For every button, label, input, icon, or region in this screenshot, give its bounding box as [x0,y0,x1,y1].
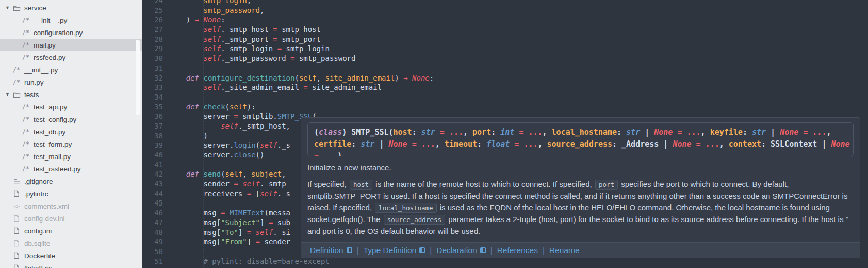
python-file-icon: /* [22,165,30,173]
code-line-33[interactable]: 33 self._site_admin_email = site_admin_e… [142,83,868,92]
file-label: test_db.py [34,128,65,136]
sidebar-file-test_form.py[interactable]: /*test_form.py [0,138,142,150]
line-number: 32 [142,73,163,83]
line-number: 47 [142,218,163,228]
code-line-27[interactable]: 27 self._smtp_host = smtp_host [142,25,868,35]
line-number: 27 [142,25,163,35]
line-content: ) → None: [163,15,225,25]
sidebar-folder-service[interactable]: ▼service [0,2,142,14]
file-label: __init__.py [34,17,67,24]
sidebar-file-__init__.py[interactable]: /*__init__.py [0,14,142,26]
definition-link[interactable]: Definition [310,246,343,255]
python-file-icon: /* [12,78,21,86]
line-number: 39 [142,140,163,150]
sidebar-file-.pylintrc[interactable]: .pylintrc [0,187,142,200]
popup-action-links: Definition|Type Definition|Declaration|R… [301,242,860,258]
sidebar-file-config.ini[interactable]: config.ini [0,225,142,237]
sidebar-file-test_config.py[interactable]: /*test_config.py [0,113,142,125]
line-number: 34 [142,92,163,102]
code-line-28[interactable]: 28 self._smtp_port = smtp_port [142,35,868,44]
document-icon [12,227,21,235]
chevron-down-icon[interactable]: ▼ [5,5,12,10]
open-in-window-icon[interactable] [480,247,486,253]
code-line-32[interactable]: 32 def configure_destination(self, site_… [142,73,868,83]
rename-link[interactable]: Rename [549,246,580,255]
file-label: __init__.py [24,66,58,74]
python-file-icon: /* [22,152,30,161]
sidebar-file-__init__.py[interactable]: /*__init__.py [0,64,142,76]
line-number: 25 [142,6,163,15]
code-line-25[interactable]: 25 smtp_password, [142,6,868,15]
sidebar-file-run.py[interactable]: /*run.py [0,76,142,88]
code-line-35[interactable]: 35 def check(self): [142,102,868,112]
document-icon [12,251,21,260]
line-number: 31 [142,64,163,73]
line-content: ) [163,131,208,141]
line-number: 29 [142,44,163,54]
sidebar-scrollbar-thumb[interactable] [136,40,140,115]
file-label: configuration.py [34,29,83,37]
code-line-29[interactable]: 29 self._smtp_login = smtp_login [142,44,868,54]
type-definition-link[interactable]: Type Definition [364,246,417,255]
line-content: self._smtp_password = smtp_password [163,54,355,64]
line-number: 43 [142,179,163,189]
chevron-down-icon[interactable]: ▼ [5,92,12,97]
line-content: def check(self): [163,102,256,112]
line-content: self._smtp_host = smtp_host [163,25,321,35]
sidebar-file-db.sqlite[interactable]: db.sqlite [0,237,142,249]
line-content: self._smtp_port = smtp_port [163,35,321,44]
sidebar-file-test_api.py[interactable]: /*test_api.py [0,101,142,113]
line-number: 38 [142,131,163,141]
python-file-icon: /* [22,115,30,123]
sidebar-file-test_db.py[interactable]: /*test_db.py [0,125,142,138]
python-file-icon: /* [22,53,30,61]
inline-code: local_hostname [375,203,436,213]
sidebar-file-test_rssfeed.py[interactable]: /*test_rssfeed.py [0,163,142,175]
code-line-30[interactable]: 30 self._smtp_password = smtp_password [142,54,868,64]
folder-icon [12,90,21,99]
open-in-window-icon[interactable] [347,247,352,253]
sidebar-file-config-dev.ini[interactable]: config-dev.ini [0,212,142,225]
sidebar-file-rssfeed.py[interactable]: /*rssfeed.py [0,51,142,64]
line-number: 45 [142,198,163,208]
line-number: 24 [142,0,163,6]
link-separator: | [357,246,359,255]
line-number: 35 [142,102,163,112]
code-line-31[interactable]: 31 [142,64,868,73]
sidebar-file-comments.xml[interactable]: <>comments.xml [0,200,142,212]
sidebar-file-.gitignore[interactable]: .gitignore [0,175,142,187]
line-content [163,198,169,208]
line-number: 44 [142,189,163,199]
code-line-34[interactable]: 34 [142,92,868,102]
line-content: server.close() [163,150,264,160]
sidebar-file-mail.py[interactable]: /*mail.py [0,39,142,51]
sidebar-file-test_mail.py[interactable]: /*test_mail.py [0,150,142,163]
line-content [163,64,169,73]
sidebar-file-configuration.py[interactable]: /*configuration.py [0,26,142,39]
file-label: run.py [24,78,44,86]
document-icon [12,190,21,198]
file-explorer-sidebar: ▼service/*__init__.py/*configuration.py/… [0,0,142,268]
open-in-window-icon[interactable] [419,247,425,253]
declaration-link[interactable]: Declaration [436,246,477,255]
references-link[interactable]: References [497,246,538,255]
line-number: 46 [142,208,163,218]
sidebar-file-flake8.ini[interactable]: flake8.ini [0,262,142,268]
code-line-26[interactable]: 26 ) → None: [142,15,868,25]
hover-documentation-popup: (class) SMTP_SSL(host: str = ..., port: … [301,117,860,258]
line-content: def send(self, subject, [163,169,290,179]
code-line-24[interactable]: 24 smtp_login, [142,0,868,6]
sidebar-folder-tests[interactable]: ▼tests [0,88,142,101]
sidebar-file-Dockerfile[interactable]: Dockerfile [0,249,142,262]
line-content [163,247,169,257]
line-content: def configure_destination(self, site_adm… [163,73,434,83]
line-content [163,160,169,170]
line-number: 49 [142,237,163,247]
file-label: service [24,4,46,12]
line-number: 30 [142,54,163,64]
document-icon [12,264,21,268]
python-file-icon: /* [22,16,30,24]
line-number: 26 [142,15,163,25]
file-label: config-dev.ini [24,215,65,223]
line-content: smtp_login, [163,0,251,6]
